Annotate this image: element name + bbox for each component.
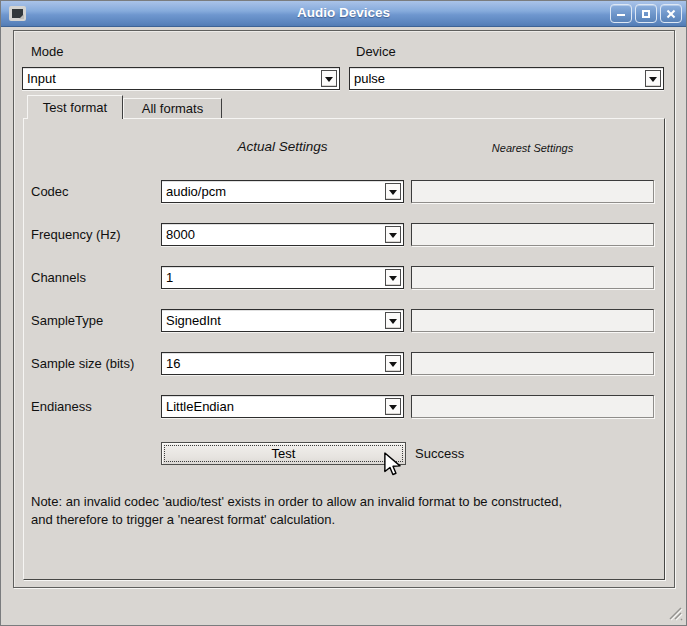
- endianess-dropdown-arrow-icon[interactable]: [385, 398, 401, 415]
- device-selected-value: pulse: [354, 71, 385, 86]
- minimize-icon: [617, 14, 625, 16]
- frequency-selected-value: 8000: [166, 227, 195, 242]
- codec-label: Codec: [31, 184, 69, 199]
- codec-selected-value: audio/pcm: [166, 184, 226, 199]
- maximize-icon: [642, 10, 650, 18]
- titlebar[interactable]: Audio Devices: [1, 1, 686, 27]
- samplesize-select[interactable]: 16: [161, 352, 404, 375]
- samplesize-label: Sample size (bits): [31, 356, 134, 371]
- frequency-select[interactable]: 8000: [161, 223, 404, 246]
- endianess-select[interactable]: LittleEndian: [161, 395, 404, 418]
- frequency-label: Frequency (Hz): [31, 227, 121, 242]
- samplesize-row: Sample size (bits) 16: [24, 352, 664, 375]
- actual-settings-header: Actual Settings: [161, 139, 404, 154]
- test-button[interactable]: Test: [161, 442, 406, 465]
- device-dropdown-arrow-icon[interactable]: [645, 70, 661, 87]
- channels-select[interactable]: 1: [161, 266, 404, 289]
- chevron-down-icon: [389, 405, 397, 414]
- codec-dropdown-arrow-icon[interactable]: [385, 183, 401, 200]
- device-select[interactable]: pulse: [349, 67, 664, 90]
- note-line-2: and therefore to trigger a 'nearest form…: [31, 511, 656, 529]
- channels-label: Channels: [31, 270, 86, 285]
- codec-nearest-field: [411, 180, 654, 203]
- sampletype-row: SampleType SignedInt: [24, 309, 664, 332]
- tab-all-formats[interactable]: All formats: [123, 98, 222, 118]
- window-controls: [610, 4, 682, 23]
- test-format-panel: Actual Settings Nearest Settings Codec a…: [23, 118, 665, 580]
- note-line-1: Note: an invalid codec 'audio/test' exis…: [31, 493, 656, 511]
- maximize-button[interactable]: [635, 4, 657, 23]
- frequency-nearest-field: [411, 223, 654, 246]
- mode-dropdown-arrow-icon[interactable]: [321, 70, 337, 87]
- sampletype-nearest-field: [411, 309, 654, 332]
- channels-selected-value: 1: [166, 270, 173, 285]
- chevron-down-icon: [389, 233, 397, 242]
- frequency-dropdown-arrow-icon[interactable]: [385, 226, 401, 243]
- chevron-down-icon: [649, 77, 657, 86]
- channels-nearest-field: [411, 266, 654, 289]
- sampletype-label: SampleType: [31, 313, 103, 328]
- sampletype-select[interactable]: SignedInt: [161, 309, 404, 332]
- sampletype-dropdown-arrow-icon[interactable]: [385, 312, 401, 329]
- samplesize-selected-value: 16: [166, 356, 180, 371]
- samplesize-dropdown-arrow-icon[interactable]: [385, 355, 401, 372]
- device-label: Device: [356, 44, 396, 59]
- chevron-down-icon: [389, 319, 397, 328]
- chevron-down-icon: [389, 362, 397, 371]
- codec-row: Codec audio/pcm: [24, 180, 664, 203]
- nearest-settings-header: Nearest Settings: [411, 142, 654, 154]
- resize-grip-icon[interactable]: [666, 604, 683, 621]
- mode-label: Mode: [31, 44, 64, 59]
- sampletype-selected-value: SignedInt: [166, 313, 221, 328]
- endianess-nearest-field: [411, 395, 654, 418]
- window-title: Audio Devices: [1, 5, 686, 20]
- close-button[interactable]: [660, 4, 682, 23]
- chevron-down-icon: [389, 276, 397, 285]
- channels-row: Channels 1: [24, 266, 664, 289]
- endianess-selected-value: LittleEndian: [166, 399, 234, 414]
- note-text: Note: an invalid codec 'audio/test' exis…: [31, 493, 656, 529]
- dialog-frame: Mode Input Device pulse Test format All …: [13, 30, 675, 588]
- channels-dropdown-arrow-icon[interactable]: [385, 269, 401, 286]
- mode-select[interactable]: Input: [22, 67, 340, 90]
- cursor-icon: [383, 452, 403, 478]
- chevron-down-icon: [325, 77, 333, 86]
- frequency-row: Frequency (Hz) 8000: [24, 223, 664, 246]
- minimize-button[interactable]: [610, 4, 632, 23]
- tab-test-format[interactable]: Test format: [27, 95, 123, 119]
- samplesize-nearest-field: [411, 352, 654, 375]
- mode-selected-value: Input: [27, 71, 56, 86]
- codec-select[interactable]: audio/pcm: [161, 180, 404, 203]
- audio-devices-window: Audio Devices Mode Input Device pulse Te…: [0, 0, 687, 626]
- endianess-label: Endianess: [31, 399, 92, 414]
- status-text: Success: [415, 446, 464, 461]
- chevron-down-icon: [389, 190, 397, 199]
- endianess-row: Endianess LittleEndian: [24, 395, 664, 418]
